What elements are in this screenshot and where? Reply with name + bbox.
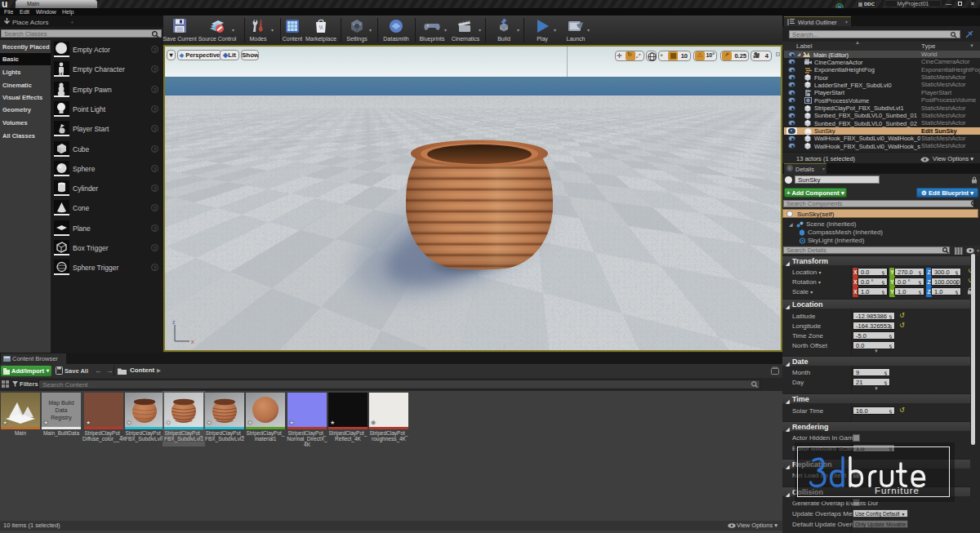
svg-text:z: z	[172, 319, 176, 325]
svg-text:Furniture: Furniture	[875, 486, 920, 495]
svg-text:x: x	[191, 339, 194, 344]
